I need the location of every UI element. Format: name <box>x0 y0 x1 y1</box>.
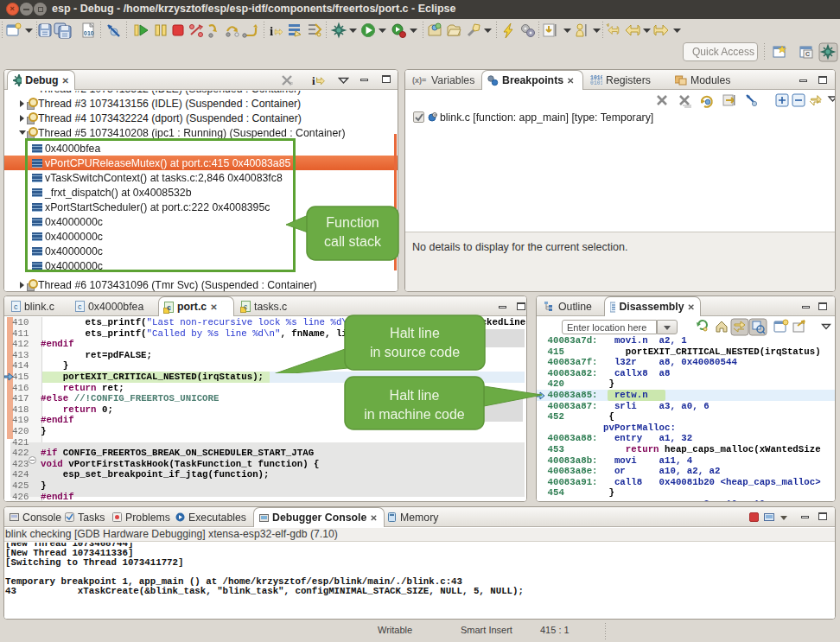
svg-text:C: C <box>805 51 810 57</box>
svg-text:i: i <box>270 24 273 38</box>
svg-text:0101: 0101 <box>590 80 602 86</box>
svg-text:i: i <box>312 74 315 87</box>
svg-text:010: 010 <box>84 30 94 36</box>
svg-text:(x)=: (x)= <box>412 76 426 85</box>
